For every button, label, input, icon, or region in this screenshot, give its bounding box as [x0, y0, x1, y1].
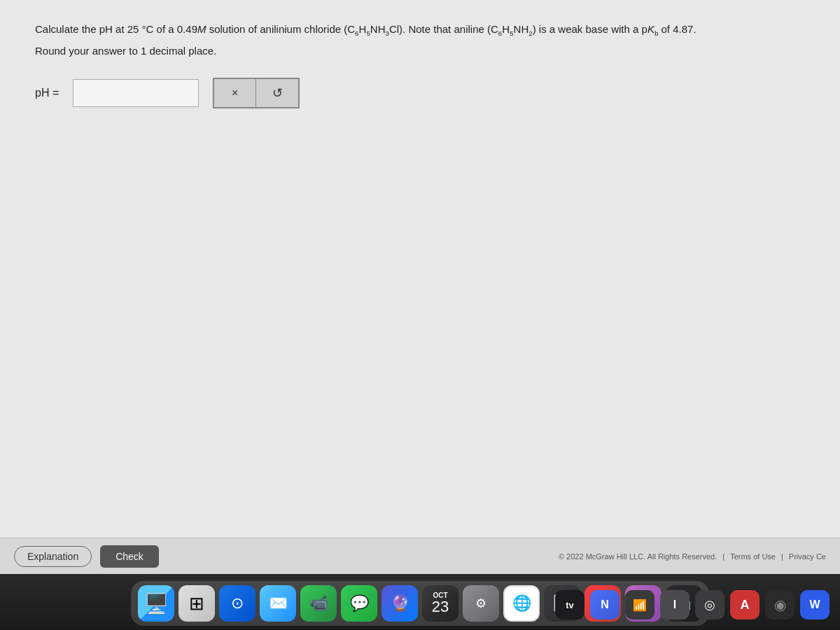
main-content: Calculate the pH at 25 °C of a 0.49M sol…	[0, 0, 840, 574]
mac-taskbar: 🖥️ ⊞ ⊙ ✉️ 📹 💬 🔮 OCT 23	[0, 574, 840, 630]
ph-label: pH =	[35, 87, 59, 99]
privacy-link[interactable]: Privacy Ce	[789, 552, 826, 561]
terms-link[interactable]: Terms of Use	[730, 552, 776, 561]
system-tray: tv N 📶 I ◎ A ◉ W	[555, 590, 830, 620]
question-footer: Explanation Check © 2022 McGraw Hill LLC…	[0, 538, 840, 574]
dock-siri[interactable]: 🔮	[382, 585, 418, 622]
word-tray-icon[interactable]: W	[800, 590, 830, 620]
signal-tray-icon[interactable]: 📶	[625, 590, 654, 620]
question-text: Calculate the pH at 25 °C of a 0.49M sol…	[35, 21, 805, 39]
question-area: Calculate the pH at 25 °C of a 0.49M sol…	[0, 0, 840, 538]
input-tray-icon[interactable]: I	[660, 590, 690, 620]
footer-left: Explanation Check	[14, 545, 159, 568]
separator2: |	[781, 552, 783, 561]
notch-tray-icon[interactable]: ◉	[765, 590, 794, 620]
dock-launchpad[interactable]: ⊞	[178, 585, 215, 622]
focus-tray-icon[interactable]: ◎	[695, 590, 724, 620]
explanation-button[interactable]: Explanation	[14, 546, 92, 567]
dock-compass[interactable]: ⊙	[219, 585, 255, 622]
calendar-day: 23	[432, 598, 449, 616]
button-group: × ↺	[213, 78, 300, 108]
answer-row: pH = × ↺	[35, 78, 805, 108]
check-button[interactable]: Check	[100, 545, 159, 568]
ph-input[interactable]	[73, 79, 199, 107]
dock-chrome[interactable]: 🌐	[503, 585, 540, 622]
dock-mail[interactable]: ✉️	[260, 585, 296, 622]
nord-tray-icon[interactable]: N	[590, 590, 620, 620]
appletv-tray-icon[interactable]: tv	[555, 590, 584, 620]
footer-copyright: © 2022 McGraw Hill LLC. All Rights Reser…	[559, 552, 826, 561]
copyright-text: © 2022 McGraw Hill LLC. All Rights Reser…	[559, 552, 717, 561]
dock-calendar[interactable]: OCT 23	[422, 585, 458, 622]
undo-button[interactable]: ↺	[256, 79, 298, 107]
round-text: Round your answer to 1 decimal place.	[35, 45, 805, 57]
separator: |	[722, 552, 724, 561]
dock-finder[interactable]: 🖥️	[138, 585, 174, 622]
a-tray-icon[interactable]: A	[730, 590, 760, 620]
dock-messages[interactable]: 💬	[341, 585, 377, 622]
dock-facetime[interactable]: 📹	[300, 585, 337, 622]
clear-button[interactable]: ×	[214, 79, 256, 107]
dock-system[interactable]: ⚙	[463, 585, 499, 622]
